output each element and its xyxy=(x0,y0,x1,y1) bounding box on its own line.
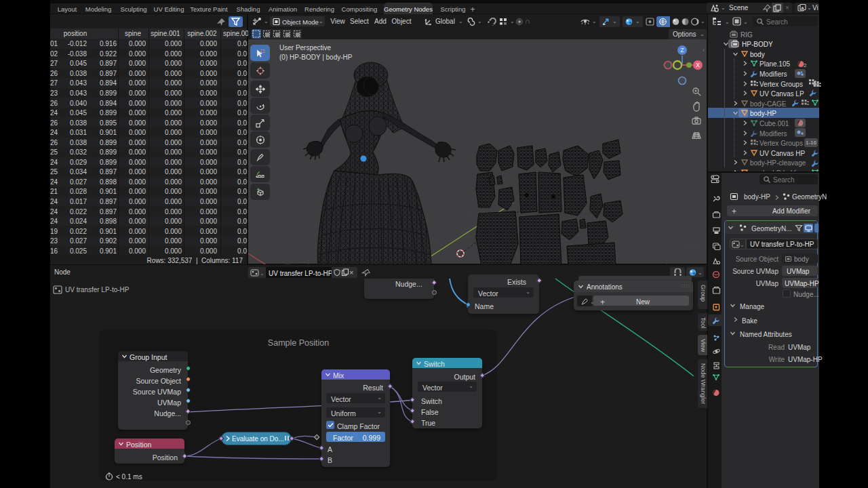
svg-text:X: X xyxy=(696,62,700,68)
svg-text:Z: Z xyxy=(680,47,684,54)
